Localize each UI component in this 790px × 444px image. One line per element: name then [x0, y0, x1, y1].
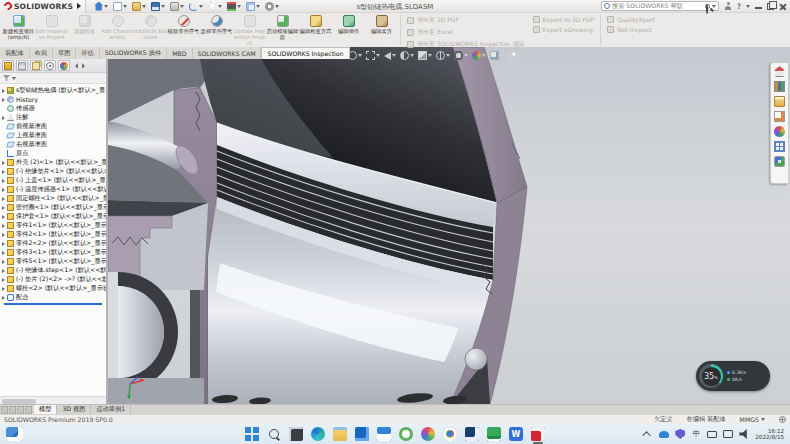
ribbon-tab[interactable]: 布局	[30, 47, 53, 59]
search-scope-icon[interactable]	[604, 3, 610, 9]
tab-scroll-right-icon[interactable]	[82, 63, 85, 69]
tab-scroll-left-icon[interactable]	[75, 63, 78, 69]
previous-view-icon[interactable]	[384, 52, 391, 60]
edge-icon[interactable]	[311, 427, 325, 441]
tab-nav-first-icon[interactable]	[1, 406, 8, 414]
ribbon-button[interactable]: 选择零件序号	[200, 13, 233, 47]
ribbon-tab[interactable]: SOLIDWORKS CAM	[193, 47, 262, 59]
solidworks-app-icon[interactable]	[531, 427, 545, 441]
document-tab[interactable]: 运动算例1	[91, 405, 131, 414]
dropdown-arrow-icon[interactable]	[275, 5, 279, 8]
tree-item[interactable]: (-) 上盖<1> (默认<<默认>_显示状	[2, 176, 106, 185]
tree-item[interactable]: (-) 绝缘体.step<1> (默认<<默认>	[2, 266, 106, 275]
zoom-area-icon[interactable]	[366, 51, 375, 60]
filter-funnel-icon[interactable]	[3, 75, 10, 81]
export-button[interactable]: 导出至 2D PDF	[407, 16, 525, 25]
selection-filter-icon[interactable]	[227, 2, 236, 11]
display-style-icon[interactable]	[436, 51, 445, 60]
save-icon[interactable]	[151, 2, 160, 11]
export-button[interactable]: 导出至 SOLIDWORKS Inspection 项目	[407, 40, 525, 49]
tree-item[interactable]: 螺栓<2> (默认<<默认>_显示状态	[2, 284, 106, 293]
tree-item[interactable]: 零件2<2> (默认<<默认>_显示状态	[2, 239, 106, 248]
displaymanager-tab[interactable]	[58, 60, 70, 71]
tree-item[interactable]: 右视基准面	[2, 140, 106, 149]
units-selector[interactable]: MMGS	[740, 416, 765, 423]
ime-icon[interactable]: 中	[691, 429, 701, 439]
ribbon-button[interactable]: Add/Edit Balloons	[134, 13, 167, 47]
ribbon-button[interactable]: 编辑检查方式	[299, 13, 332, 47]
dropdown-arrow-icon[interactable]	[446, 54, 450, 57]
tree-item[interactable]: 上视基准面	[2, 131, 106, 140]
tree-item[interactable]: 密封圈<1> (默认<<默认>_显示状	[2, 203, 106, 212]
ribbon-button[interactable]: Edit Inspection Project	[35, 13, 68, 47]
touch-keyboard-icon[interactable]	[707, 431, 717, 438]
print-icon[interactable]	[170, 2, 179, 11]
tree-item[interactable]: 零件2<1> (默认<<默认>_显示状态	[2, 230, 106, 239]
volume-icon[interactable]	[739, 429, 749, 439]
dropdown-arrow-icon[interactable]	[123, 5, 127, 8]
widgets-icon[interactable]	[6, 427, 23, 441]
search-dropdown-icon[interactable]	[712, 5, 716, 8]
units-dropdown-icon[interactable]	[761, 418, 765, 421]
search-icon[interactable]	[705, 4, 710, 9]
dropdown-arrow-icon[interactable]	[428, 54, 432, 57]
tree-item[interactable]: (-) 温度传感器<1> (默认<<默认>_	[2, 185, 106, 194]
tree-horizontal-scrollbar[interactable]	[0, 396, 106, 404]
tree-item[interactable]: 固定螺栓<1> (默认<<默认>_显示	[2, 194, 106, 203]
tree-item[interactable]: (-) 绝缘垫片<1> (默认<<默认>_显	[2, 167, 106, 176]
search-box[interactable]: 搜索 SOLIDWORKS 帮助	[601, 1, 719, 11]
dropdown-arrow-icon[interactable]	[180, 5, 184, 8]
dropdown-arrow-icon[interactable]	[104, 5, 108, 8]
dropdown-arrow-icon[interactable]	[410, 54, 414, 57]
document-tab[interactable]: 3D 视图	[57, 405, 91, 414]
close-button[interactable]	[779, 2, 787, 10]
store-icon[interactable]	[377, 427, 391, 441]
restore-button[interactable]	[767, 3, 774, 10]
login-icon[interactable]	[724, 2, 732, 10]
file-explorer-icon[interactable]	[333, 427, 347, 441]
notes-app-icon[interactable]	[487, 427, 501, 441]
dropdown-arrow-icon[interactable]	[518, 54, 522, 57]
ribbon-tab[interactable]: 评估	[76, 47, 99, 59]
document-tab[interactable]: 模型	[34, 405, 57, 414]
dropdown-arrow-icon[interactable]	[218, 5, 222, 8]
status-globe-icon[interactable]	[779, 416, 786, 423]
wps-icon[interactable]: W	[509, 427, 523, 441]
cad-app-icon[interactable]	[465, 427, 479, 441]
ribbon-tab[interactable]: SOLIDWORKS 插件	[100, 47, 167, 59]
tree-item[interactable]: 零件1<1> (默认<<默认>_显示状态	[2, 221, 106, 230]
ribbon-tab[interactable]: 装配体	[0, 47, 30, 59]
tab-nav-last-icon[interactable]	[25, 406, 32, 414]
section-view-icon[interactable]	[400, 51, 409, 60]
minimize-button[interactable]	[755, 3, 762, 10]
taskbar-clock[interactable]: 16:12 2022/8/15	[755, 428, 784, 441]
tab-nav-prev-icon[interactable]	[9, 406, 16, 414]
dropdown-arrow-icon[interactable]	[142, 5, 146, 8]
apply-scene-icon[interactable]	[490, 51, 499, 60]
configurationmanager-tab[interactable]	[30, 60, 42, 71]
hide-show-items-icon[interactable]	[454, 51, 463, 60]
chrome-icon[interactable]	[443, 427, 457, 441]
home-icon[interactable]	[94, 2, 103, 11]
display-settings-icon[interactable]	[246, 2, 255, 11]
tree-item[interactable]: 零件5<1> (默认<<默认>_显示状态	[2, 257, 106, 266]
tree-item[interactable]: History	[2, 95, 106, 104]
tree-item[interactable]: 注解	[2, 113, 106, 122]
export-button[interactable]: Export eDrawing	[533, 26, 595, 33]
dropdown-arrow-icon[interactable]	[358, 54, 362, 57]
dropdown-arrow-icon[interactable]	[392, 54, 396, 57]
tray-chevron-icon[interactable]	[643, 429, 653, 439]
tab-nav-next-icon[interactable]	[17, 406, 24, 414]
tree-root-item[interactable]: s型铂铑热电偶 (默认<默认>_显示状态-1	[2, 86, 106, 95]
featuremanager-tab[interactable]	[2, 60, 14, 71]
ribbon-button[interactable]: 编辑卖方	[365, 13, 398, 47]
tree-item[interactable]: 零件3<1> (默认<<默认>_显示状态	[2, 248, 106, 257]
solidworks-resources-icon[interactable]	[774, 66, 785, 77]
export-button[interactable]: Export to 3D PDF	[533, 16, 595, 23]
browser-360-icon[interactable]	[399, 427, 413, 441]
search-input[interactable]: 搜索 SOLIDWORKS 帮助	[612, 2, 703, 11]
ribbon-tab[interactable]: SOLIDWORKS Inspection	[261, 47, 349, 59]
start-icon[interactable]	[245, 427, 259, 441]
color-wheel-icon[interactable]	[421, 427, 435, 441]
propertymanager-tab[interactable]	[16, 60, 28, 71]
